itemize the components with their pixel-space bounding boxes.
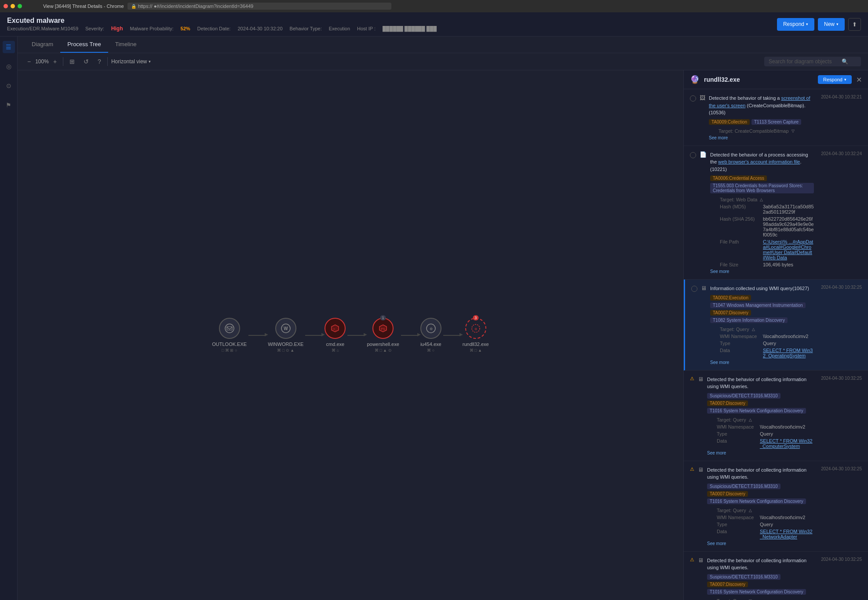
host-ip-label: Host IP :: [357, 26, 376, 31]
event-title-link-1[interactable]: screenshot of the user's screen: [709, 95, 810, 108]
data-link-3[interactable]: SELECT * FROM Win32_OperatingSystem: [763, 348, 813, 358]
event-content-6: Detected the behavior of collecting info…: [707, 557, 814, 600]
event-item-3[interactable]: 🖥 Information collected using WMI query(…: [684, 280, 868, 371]
tab-process-tree[interactable]: Process Tree: [60, 36, 108, 53]
event-tag-4b[interactable]: TA0007:Discovery: [707, 400, 748, 406]
zoom-out-button[interactable]: −: [25, 57, 33, 66]
detail-wmi-ns-4: WMI Namespace \\localhost\root\cimv2: [717, 424, 814, 429]
event-checkbox-2[interactable]: [690, 152, 696, 158]
severity-value: High: [111, 25, 123, 32]
detail-value-md5: 3ab6a52a3171ca50d852ad50119f229f: [763, 204, 814, 215]
event-title-link-2[interactable]: web browser's account information file: [718, 159, 800, 164]
event-tag-4c[interactable]: T1016 System Network Configuration Disco…: [707, 408, 806, 414]
event-tag-1a[interactable]: TA0009:Collection: [709, 119, 750, 125]
view-label: Horizontal view: [111, 58, 147, 65]
maximize-window-dot[interactable]: [18, 4, 22, 8]
target-label-5: Target: Query: [717, 508, 746, 513]
event-tag-5a[interactable]: Suspicious/DETECT.T1016.M3310: [707, 484, 780, 489]
tab-bar: Diagram Process Tree Timeline: [18, 36, 868, 53]
help-button[interactable]: ?: [95, 57, 104, 66]
event-tags-1: TA0009:Collection T1113 Screen Capture: [709, 119, 814, 125]
event-checkbox-1[interactable]: [690, 95, 696, 102]
event-tag-3b[interactable]: T1047 Windows Management Instrumentation: [710, 302, 806, 308]
behavior-type-label: Behavior Type:: [290, 26, 322, 31]
target-label-1: Target: CreateCompatibleBitmap: [718, 128, 789, 134]
data-link-4[interactable]: SELECT * FROM Win32_ComputerSystem: [760, 438, 813, 449]
panel-respond-button[interactable]: Respond ▾: [818, 75, 852, 84]
see-more-2[interactable]: See more: [710, 269, 814, 274]
event-content-5: Detected the behavior of collecting info…: [707, 466, 814, 546]
event-tag-3d[interactable]: T1082 System Information Discovery: [710, 317, 788, 323]
right-panel: 🔮 rundll32.exe Respond ▾ ✕: [683, 70, 868, 600]
event-icon-2: 📄: [700, 151, 707, 158]
process-node-powershell[interactable]: 1 PS powershell.exe ⌘ □ ▲ ⊙: [367, 318, 399, 353]
event-tag-1b[interactable]: T1113 Screen Capture: [751, 119, 801, 125]
event-tag-4a[interactable]: Suspicious/DETECT.T1016.M3310: [707, 393, 780, 399]
tab-diagram[interactable]: Diagram: [25, 36, 60, 53]
url-text: https:// ●#/incident/incidentDiagram?inc…: [138, 4, 254, 9]
filepath-link[interactable]: C:\Users\% ...#rAppData#Local#Google#Chr…: [763, 239, 813, 260]
detail-type-4: Type Query: [717, 431, 814, 436]
view-chevron-icon: ▾: [149, 59, 151, 64]
detail-value-data-3: SELECT * FROM Win32_OperatingSystem: [763, 348, 814, 358]
detail-data-4: Data SELECT * FROM Win32_ComputerSystem: [717, 438, 814, 449]
new-button[interactable]: New ▾: [818, 18, 845, 31]
panel-close-button[interactable]: ✕: [856, 76, 862, 84]
event-tag-5c[interactable]: T1016 System Network Configuration Disco…: [707, 498, 806, 504]
diagram-canvas: OUTLOOK.EXE □ ⌘ ⊞ ○ W WINWORD.EXE: [18, 70, 683, 600]
diagram-search-box[interactable]: 🔍: [764, 57, 861, 66]
event-item-2[interactable]: 📄 Detected the behavior of a process acc…: [684, 146, 868, 280]
process-node-rundll32[interactable]: 3 ⚙ rundll32.exe ⌘ □ ▲: [463, 318, 489, 353]
sidebar-item-alerts[interactable]: ◎: [3, 60, 15, 73]
event-tag-6c[interactable]: T1016 System Network Configuration Disco…: [707, 589, 806, 595]
event-time-2: 2024-04-30 10:32:24: [821, 151, 862, 156]
event-item-5[interactable]: ⚠ 🖥 Detected the behavior of collecting …: [684, 461, 868, 552]
event-tag-5b[interactable]: TA0007:Discovery: [707, 491, 748, 497]
event-title-1: Detected the behavior of taking a screen…: [709, 95, 814, 116]
see-more-1[interactable]: See more: [709, 135, 814, 140]
event-tags-5: Suspicious/DETECT.T1016.M3310 TA0007:Dis…: [707, 484, 814, 504]
event-tag-2a[interactable]: TA0006:Credential Access: [710, 175, 767, 181]
event-title-6: Detected the behavior of collecting info…: [707, 557, 814, 571]
event-tag-2b[interactable]: T1555.003 Credentials from Password Stor…: [710, 183, 814, 193]
event-item-4[interactable]: ⚠ 🖥 Detected the behavior of collecting …: [684, 371, 868, 461]
refresh-button[interactable]: ↺: [81, 57, 91, 66]
node-icon-powershell: 1 PS: [372, 318, 394, 339]
tab-timeline[interactable]: Timeline: [108, 36, 144, 53]
data-link-5[interactable]: SELECT * FROM Win32_NetworkAdapter: [760, 529, 813, 539]
event-tag-3c[interactable]: TA0007:Discovery: [710, 310, 751, 316]
sidebar-item-investigate[interactable]: ⊙: [3, 80, 15, 92]
minimize-window-dot[interactable]: [11, 4, 15, 8]
connector-3: [346, 335, 367, 336]
process-node-outlook[interactable]: OUTLOOK.EXE □ ⌘ ⊞ ○: [212, 318, 247, 353]
process-node-cmd[interactable]: >_ cmd.exe ⌘ ⌂: [325, 318, 346, 353]
event-tag-6b[interactable]: TA0007:Discovery: [707, 582, 748, 587]
view-selector[interactable]: Horizontal view ▾: [111, 58, 151, 65]
sidebar-item-reports[interactable]: ⚑: [3, 99, 15, 111]
see-more-5[interactable]: See more: [707, 541, 814, 546]
diagram-search-input[interactable]: [769, 58, 839, 65]
target-label-6: Target: Query: [717, 598, 746, 600]
detail-data-5: Data SELECT * FROM Win32_NetworkAdapter: [717, 529, 814, 539]
zoom-in-button[interactable]: +: [51, 57, 59, 66]
process-node-iu454[interactable]: ⚙ iu454.exe ⌘ ○: [420, 318, 441, 353]
event-checkbox-3[interactable]: [691, 286, 697, 292]
event-item-6[interactable]: ⚠ 🖥 Detected the behavior of collecting …: [684, 552, 868, 600]
event-tag-6a[interactable]: Suspicious/DETECT.T1016.M3310: [707, 574, 780, 580]
export-button[interactable]: ⬆: [848, 18, 861, 31]
browser-window-controls: [4, 4, 22, 8]
sidebar-item-home[interactable]: ☰: [3, 41, 15, 53]
node-label-cmd: cmd.exe: [326, 342, 345, 347]
fit-view-button[interactable]: ⊞: [67, 57, 77, 66]
see-more-4[interactable]: See more: [707, 451, 814, 455]
event-item-1[interactable]: 🖼 Detected the behavior of taking a scre…: [684, 89, 868, 146]
process-node-winword[interactable]: W WINWORD.EXE ⌘ □ ⊙ ▲: [268, 318, 303, 353]
respond-button[interactable]: Respond ▾: [777, 18, 814, 31]
close-window-dot[interactable]: [4, 4, 8, 8]
browser-url-bar[interactable]: 🔒 https:// ●#/incident/incidentDiagram?i…: [128, 3, 391, 10]
event-time-6: 2024-04-30 10:32:25: [821, 557, 862, 562]
see-more-3[interactable]: See more: [710, 360, 814, 365]
event-tag-3a[interactable]: TA0002:Execution: [710, 295, 751, 301]
detail-value-type-4: Query: [760, 431, 773, 436]
detail-value-wmi-ns-4: \\localhost\root\cimv2: [760, 424, 805, 429]
